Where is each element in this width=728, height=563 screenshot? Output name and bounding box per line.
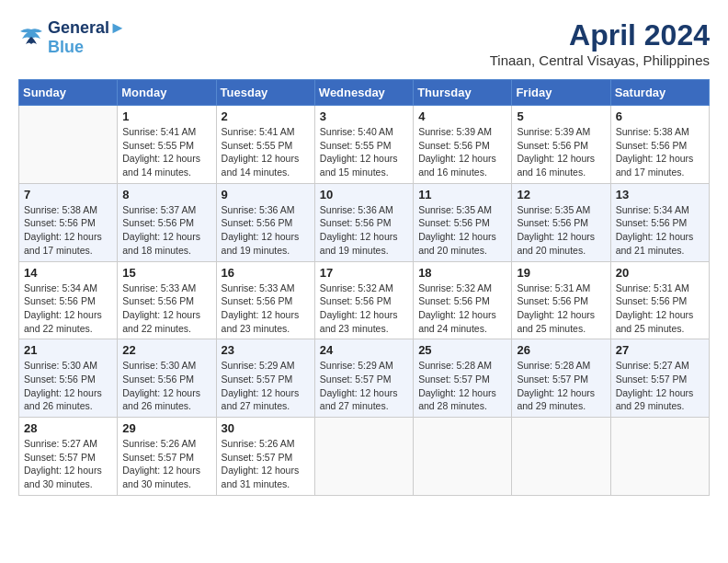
calendar-cell: 13Sunrise: 5:34 AMSunset: 5:56 PMDayligh… [610,183,709,261]
day-number: 28 [24,421,112,435]
calendar-cell: 8Sunrise: 5:37 AMSunset: 5:56 PMDaylight… [118,183,216,261]
calendar-body: 1Sunrise: 5:41 AMSunset: 5:55 PMDaylight… [19,106,710,496]
calendar-cell: 11Sunrise: 5:35 AMSunset: 5:56 PMDayligh… [414,183,512,261]
day-info: Sunrise: 5:34 AMSunset: 5:56 PMDaylight:… [24,282,112,336]
calendar-cell: 27Sunrise: 5:27 AMSunset: 5:57 PMDayligh… [610,339,709,418]
day-number: 19 [517,266,605,280]
day-info: Sunrise: 5:41 AMSunset: 5:55 PMDaylight:… [222,125,310,179]
day-info: Sunrise: 5:31 AMSunset: 5:56 PMDaylight:… [517,282,605,336]
calendar-cell: 17Sunrise: 5:32 AMSunset: 5:56 PMDayligh… [314,261,413,339]
weekday-row: SundayMondayTuesdayWednesdayThursdayFrid… [19,80,710,106]
day-info: Sunrise: 5:29 AMSunset: 5:57 PMDaylight:… [320,359,408,413]
day-number: 4 [418,109,506,123]
calendar-cell [512,418,610,496]
calendar-cell: 29Sunrise: 5:26 AMSunset: 5:57 PMDayligh… [118,418,216,496]
day-info: Sunrise: 5:31 AMSunset: 5:56 PMDaylight:… [616,282,704,336]
day-number: 11 [418,188,506,201]
calendar-cell: 7Sunrise: 5:38 AMSunset: 5:56 PMDaylight… [19,183,118,261]
calendar-cell: 14Sunrise: 5:34 AMSunset: 5:56 PMDayligh… [19,261,118,339]
calendar-cell: 5Sunrise: 5:39 AMSunset: 5:56 PMDaylight… [512,106,610,184]
weekday-header-tuesday: Tuesday [216,80,314,106]
day-info: Sunrise: 5:33 AMSunset: 5:56 PMDaylight:… [222,282,310,336]
calendar-cell [610,418,709,496]
calendar-week-4: 21Sunrise: 5:30 AMSunset: 5:56 PMDayligh… [19,339,710,418]
calendar-cell: 25Sunrise: 5:28 AMSunset: 5:57 PMDayligh… [414,339,512,418]
calendar-cell: 20Sunrise: 5:31 AMSunset: 5:56 PMDayligh… [610,261,709,339]
day-info: Sunrise: 5:38 AMSunset: 5:56 PMDaylight:… [616,125,704,179]
day-number: 15 [122,266,210,280]
day-info: Sunrise: 5:38 AMSunset: 5:56 PMDaylight:… [24,203,112,258]
calendar-cell: 22Sunrise: 5:30 AMSunset: 5:56 PMDayligh… [118,339,216,418]
calendar-cell: 1Sunrise: 5:41 AMSunset: 5:55 PMDaylight… [118,106,216,184]
calendar-cell: 3Sunrise: 5:40 AMSunset: 5:55 PMDaylight… [314,106,413,184]
day-info: Sunrise: 5:33 AMSunset: 5:56 PMDaylight:… [122,282,210,336]
day-info: Sunrise: 5:27 AMSunset: 5:57 PMDaylight:… [616,359,704,413]
day-info: Sunrise: 5:30 AMSunset: 5:56 PMDaylight:… [122,359,210,413]
day-info: Sunrise: 5:26 AMSunset: 5:57 PMDaylight:… [222,437,310,491]
day-number: 29 [122,421,210,435]
calendar-cell: 21Sunrise: 5:30 AMSunset: 5:56 PMDayligh… [19,339,118,418]
day-number: 6 [616,109,704,123]
weekday-header-monday: Monday [118,80,216,106]
logo: General► Blue [18,18,126,57]
day-info: Sunrise: 5:30 AMSunset: 5:56 PMDaylight:… [24,359,112,413]
day-number: 5 [517,109,605,123]
day-info: Sunrise: 5:26 AMSunset: 5:57 PMDaylight:… [122,437,210,491]
day-info: Sunrise: 5:34 AMSunset: 5:56 PMDaylight:… [616,203,704,258]
weekday-header-saturday: Saturday [610,80,709,106]
calendar-cell: 24Sunrise: 5:29 AMSunset: 5:57 PMDayligh… [314,339,413,418]
day-number: 17 [320,266,408,280]
calendar-week-2: 7Sunrise: 5:38 AMSunset: 5:56 PMDaylight… [19,183,710,261]
day-number: 30 [222,421,310,435]
calendar-cell: 30Sunrise: 5:26 AMSunset: 5:57 PMDayligh… [216,418,314,496]
day-info: Sunrise: 5:39 AMSunset: 5:56 PMDaylight:… [418,125,506,179]
day-info: Sunrise: 5:36 AMSunset: 5:56 PMDaylight:… [320,203,408,258]
day-number: 7 [24,188,112,201]
weekday-header-sunday: Sunday [19,80,118,106]
calendar-cell: 19Sunrise: 5:31 AMSunset: 5:56 PMDayligh… [512,261,610,339]
day-info: Sunrise: 5:28 AMSunset: 5:57 PMDaylight:… [517,359,605,413]
calendar-cell [414,418,512,496]
day-number: 27 [616,343,704,357]
page-header: General► Blue April 2024 Tinaan, Central… [18,18,710,68]
calendar-cell: 2Sunrise: 5:41 AMSunset: 5:55 PMDaylight… [216,106,314,184]
day-number: 18 [418,266,506,280]
calendar-week-3: 14Sunrise: 5:34 AMSunset: 5:56 PMDayligh… [19,261,710,339]
day-info: Sunrise: 5:28 AMSunset: 5:57 PMDaylight:… [418,359,506,413]
day-number: 9 [222,188,310,201]
calendar-cell: 28Sunrise: 5:27 AMSunset: 5:57 PMDayligh… [19,418,118,496]
page-title: April 2024 [490,18,710,52]
day-number: 3 [320,109,408,123]
day-number: 10 [320,188,408,201]
calendar-cell: 10Sunrise: 5:36 AMSunset: 5:56 PMDayligh… [314,183,413,261]
calendar-cell [314,418,413,496]
day-info: Sunrise: 5:35 AMSunset: 5:56 PMDaylight:… [517,203,605,258]
weekday-header-friday: Friday [512,80,610,106]
page-subtitle: Tinaan, Central Visayas, Philippines [490,52,710,68]
calendar-week-5: 28Sunrise: 5:27 AMSunset: 5:57 PMDayligh… [19,418,710,496]
day-number: 16 [222,266,310,280]
day-info: Sunrise: 5:39 AMSunset: 5:56 PMDaylight:… [517,125,605,179]
logo-icon [18,28,44,48]
day-info: Sunrise: 5:36 AMSunset: 5:56 PMDaylight:… [222,203,310,258]
calendar-week-1: 1Sunrise: 5:41 AMSunset: 5:55 PMDaylight… [19,106,710,184]
day-info: Sunrise: 5:27 AMSunset: 5:57 PMDaylight:… [24,437,112,491]
day-info: Sunrise: 5:32 AMSunset: 5:56 PMDaylight:… [418,282,506,336]
calendar-cell: 12Sunrise: 5:35 AMSunset: 5:56 PMDayligh… [512,183,610,261]
day-number: 25 [418,343,506,357]
calendar-table: SundayMondayTuesdayWednesdayThursdayFrid… [18,79,710,496]
title-block: April 2024 Tinaan, Central Visayas, Phil… [490,18,710,68]
calendar-cell: 6Sunrise: 5:38 AMSunset: 5:56 PMDaylight… [610,106,709,184]
day-number: 23 [222,343,310,357]
day-number: 8 [122,188,210,201]
calendar-cell: 15Sunrise: 5:33 AMSunset: 5:56 PMDayligh… [118,261,216,339]
calendar-cell: 9Sunrise: 5:36 AMSunset: 5:56 PMDaylight… [216,183,314,261]
day-number: 26 [517,343,605,357]
day-number: 14 [24,266,112,280]
day-info: Sunrise: 5:32 AMSunset: 5:56 PMDaylight:… [320,282,408,336]
calendar-cell: 26Sunrise: 5:28 AMSunset: 5:57 PMDayligh… [512,339,610,418]
logo-text: General► Blue [48,18,126,57]
day-number: 20 [616,266,704,280]
weekday-header-wednesday: Wednesday [314,80,413,106]
calendar-cell [19,106,118,184]
